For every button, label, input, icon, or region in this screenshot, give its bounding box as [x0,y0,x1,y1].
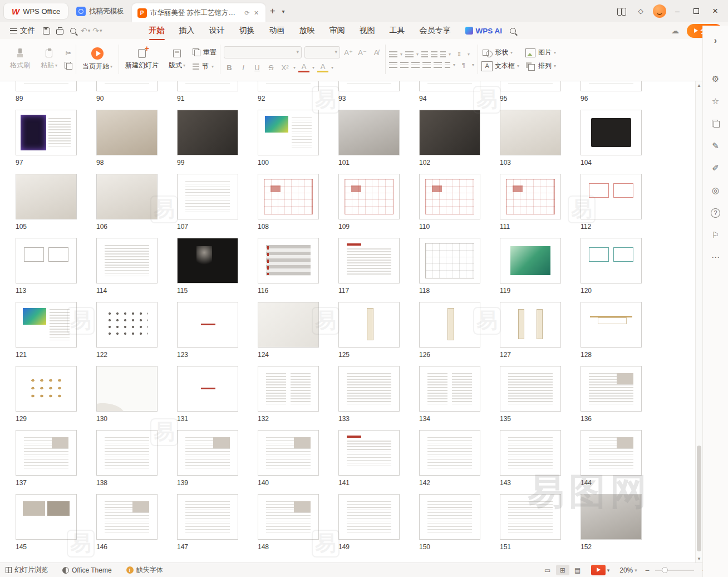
decrease-indent-icon[interactable] [421,51,428,57]
slide-138[interactable]: 138 [96,430,177,494]
slide-151[interactable]: 151 [500,494,581,558]
app-center-icon[interactable]: ◇ [633,5,648,17]
scrollbar-track[interactable] [696,89,702,555]
slide-thumbnail[interactable] [581,174,642,219]
office-theme-indicator[interactable]: Office Theme [62,566,112,574]
slide-106[interactable]: 106 [96,174,177,238]
slide-114[interactable]: 114 [96,238,177,302]
ribbon-search-button[interactable] [506,25,519,36]
new-slide-button[interactable]: 新建幻灯片 [122,46,161,72]
minimize-button[interactable]: – [669,4,686,18]
slide-thumbnail[interactable] [338,174,400,219]
redo-button[interactable]: ↷▾ [92,26,102,35]
slide-thumbnail[interactable] [258,494,319,540]
slide-139[interactable]: 139 [177,430,258,494]
close-tab-icon[interactable]: × [253,8,259,17]
slide-132[interactable]: 132 [258,366,338,430]
slide-thumbnail[interactable] [177,238,238,283]
strikethrough-icon[interactable]: S [265,63,277,72]
numbered-list-icon[interactable] [405,51,414,57]
font-size-select[interactable] [304,46,340,58]
file-menu-button[interactable]: 文件 [6,26,40,36]
slide-thumbnail[interactable] [96,81,158,91]
slide-thumbnail[interactable] [419,238,480,283]
slide-107[interactable]: 107 [177,174,258,238]
slide-141[interactable]: 141 [338,430,419,494]
doc-tab-active[interactable]: P 市华丽美登 苏作工艺馆方案文 ⟳ × [132,3,265,22]
view-mode-indicator[interactable]: 幻灯片浏览 [6,565,48,575]
menu-tab-切换[interactable]: 切换 [233,23,262,38]
slide-thumbnail[interactable] [338,81,400,91]
slide-133[interactable]: 133 [338,366,419,430]
clear-format-icon[interactable]: A̸ [371,48,382,57]
slide-96[interactable]: 96 [581,81,661,110]
zoom-slider-handle[interactable] [662,567,668,573]
slide-124[interactable]: 124 [258,302,338,366]
slide-142[interactable]: 142 [419,430,500,494]
annotation-pen-icon[interactable]: ✎ [707,138,724,154]
slide-145[interactable]: 145 [16,494,96,558]
slide-thumbnail[interactable] [16,494,77,540]
slide-thumbnail[interactable] [581,494,642,540]
slide-thumbnail[interactable] [16,81,77,91]
close-button[interactable]: × [707,4,724,18]
slide-thumbnail[interactable] [177,110,238,155]
font-family-select[interactable] [224,46,302,58]
slide-thumbnail[interactable] [177,302,238,348]
beautify-brush-icon[interactable]: ✐ [707,160,724,177]
slide-thumbnail[interactable] [177,366,238,412]
slide-thumbnail[interactable] [419,302,480,348]
italic-icon[interactable]: I [238,63,249,72]
slideshow-play-button[interactable] [591,565,606,575]
slide-104[interactable]: 104 [581,110,661,174]
slideshow-options-chevron-icon[interactable]: ▾ [607,568,610,573]
slide-89[interactable]: 89 [16,81,96,110]
slide-144[interactable]: 144 [581,430,661,494]
slide-thumbnail[interactable] [96,494,158,540]
bullet-list-icon[interactable] [389,51,397,57]
slide-thumbnail[interactable] [581,81,642,91]
slide-136[interactable]: 136 [581,366,661,430]
menu-tab-动画[interactable]: 动画 [263,23,292,38]
slide-119[interactable]: 119 [500,238,581,302]
cloud-sync-icon[interactable]: ☁ [671,26,679,35]
slide-thumbnail[interactable] [258,302,319,348]
slide-thumbnail[interactable] [500,430,561,476]
highlight-color-icon[interactable]: A [317,62,328,72]
slide-thumbnail[interactable] [419,494,480,540]
slide-108[interactable]: 108 [258,174,338,238]
slide-146[interactable]: 146 [96,494,177,558]
menu-tab-审阅[interactable]: 审阅 [323,23,352,38]
format-painter-button[interactable]: 格式刷 [7,46,33,72]
normal-view-button[interactable]: ▭ [541,565,554,575]
slide-110[interactable]: 110 [419,174,500,238]
zoom-slider[interactable] [655,570,694,571]
slide-thumbnail[interactable] [581,366,642,412]
slide-thumbnail[interactable] [177,174,238,219]
more-tools-icon[interactable]: ⋯ [707,249,724,266]
slide-thumbnail[interactable] [419,81,480,91]
slide-105[interactable]: 105 [16,174,96,238]
favorites-star-icon[interactable]: ☆ [707,93,724,110]
slide-thumbnail[interactable] [177,494,238,540]
slide-thumbnail[interactable] [338,494,400,540]
slide-93[interactable]: 93 [338,81,419,110]
avatar[interactable] [652,5,667,17]
slide-thumbnail[interactable] [96,238,158,283]
decrease-font-icon[interactable]: A⁻ [357,48,368,57]
zoom-out-button[interactable]: − [643,566,652,575]
slide-thumbnail[interactable] [96,366,158,412]
shapes-button[interactable]: 形状▾ [481,48,519,58]
help-icon[interactable]: ? [707,204,724,221]
increase-indent-icon[interactable] [431,51,437,57]
menu-tab-视图[interactable]: 视图 [353,23,382,38]
cut-icon[interactable]: ✂ [66,49,72,57]
slide-150[interactable]: 150 [419,494,500,558]
wps-home-tab[interactable]: W WPS Office [3,3,68,19]
scroll-up-icon[interactable]: ▲ [697,81,701,89]
slide-148[interactable]: 148 [258,494,338,558]
slide-128[interactable]: 128 [581,302,661,366]
slide-thumbnail[interactable] [338,110,400,155]
slide-thumbnail[interactable] [16,238,77,283]
align-left-icon[interactable] [389,62,397,68]
